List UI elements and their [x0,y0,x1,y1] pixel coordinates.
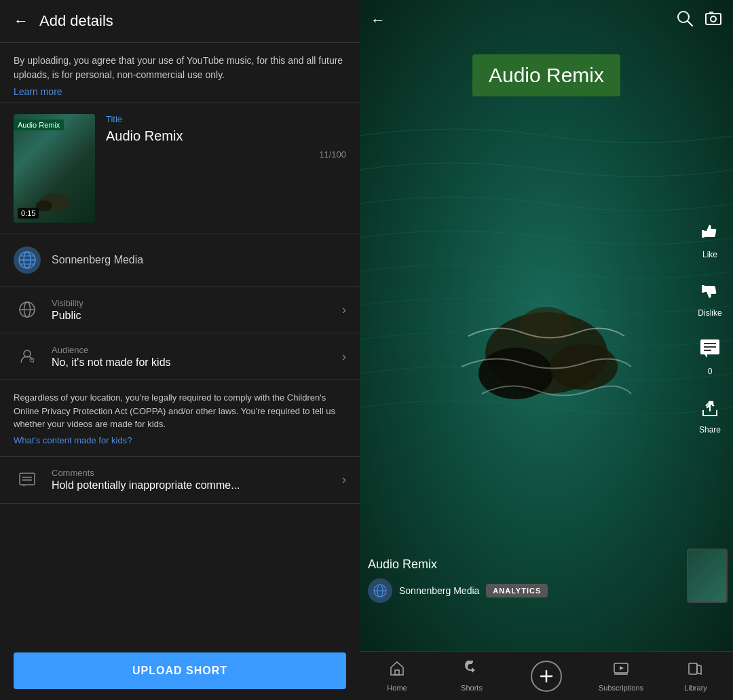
svg-rect-23 [702,285,704,293]
upload-btn-section: UPLOAD SHORT [0,642,360,700]
channel-avatar-small [368,578,392,603]
audience-content: Audience No, it's not made for kids [52,345,342,369]
shorts-icon [464,661,480,681]
channel-name: Sonnenberg Media [52,254,143,266]
dislike-button[interactable]: Dislike [695,276,725,318]
search-button[interactable] [676,10,694,31]
video-title-overlay: Audio Remix [472,54,620,96]
analytics-button[interactable]: ANALYTICS [486,584,548,597]
comments-count: 0 [708,367,713,376]
nav-library[interactable]: Library [658,661,733,692]
visibility-content: Visibility Public [52,298,342,322]
visibility-value: Public [52,310,342,322]
comments-icon [14,466,41,494]
char-count: 11/100 [106,149,346,160]
thumbnail-duration: 0:15 [18,208,39,219]
svg-rect-41 [689,663,697,674]
comments-chevron: › [342,473,346,487]
comments-button[interactable]: 0 [695,334,725,376]
audience-label: Audience [52,345,342,355]
channel-row[interactable]: Sonnenberg Media [0,234,360,287]
comments-row[interactable]: Comments Hold potentially inappropriate … [0,457,360,504]
right-header-icons [676,10,722,31]
share-icon [695,392,725,422]
svg-point-19 [478,348,553,399]
visibility-label: Visibility [52,298,342,308]
svg-line-32 [688,21,692,26]
nav-shorts[interactable]: Shorts [434,661,509,692]
svg-rect-14 [20,473,35,485]
visibility-icon [14,296,41,323]
notice-section: By uploading, you agree that your use of… [0,43,360,103]
coppa-text: Regardless of your location, you're lega… [14,392,335,429]
upload-short-button[interactable]: UPLOAD SHORT [14,652,346,689]
svg-point-34 [711,16,716,22]
add-button[interactable] [531,661,562,692]
nav-add[interactable] [509,661,584,692]
svg-marker-40 [620,666,624,670]
library-label: Library [684,684,707,692]
coppa-notice: Regardless of your location, you're lega… [0,380,360,457]
channel-icon [14,246,41,274]
home-icon [389,661,405,681]
thumbnail: Audio Remix 0:15 [14,114,95,223]
comments-label: Comments [52,468,342,478]
learn-more-link[interactable]: Learn more [14,86,346,97]
visibility-row[interactable]: Visibility Public › [0,287,360,333]
coppa-link[interactable]: What's content made for kids? [14,435,346,445]
like-button[interactable]: Like [695,217,725,259]
video-background: Audio Remix Like [360,0,733,652]
dislike-icon [695,276,725,306]
video-overlay-title: Audio Remix [489,64,604,86]
audience-value: No, it's not made for kids [52,356,342,369]
like-label: Like [702,250,717,259]
action-buttons: Like Dislike [695,217,725,435]
video-info-row: Sonnenberg Media ANALYTICS [368,578,692,603]
title-input-area: Title 11/100 [106,114,346,160]
notice-text: By uploading, you agree that your use of… [14,55,343,80]
audience-icon [14,343,41,370]
left-panel: ← Add details By uploading, you agree th… [0,0,360,700]
video-info: Audio Remix Sonnenberg Media ANALYTICS [368,557,692,603]
thumbnail-preview[interactable] [687,549,728,603]
home-label: Home [387,684,407,692]
comments-content: Comments Hold potentially inappropriate … [52,468,342,492]
dislike-label: Dislike [698,308,721,318]
svg-point-20 [550,344,618,390]
comment-icon [695,334,725,364]
like-icon [695,217,725,247]
bottom-navigation: Home Shorts [360,651,733,700]
right-header: ← [360,0,733,41]
thumbnail-label: Audio Remix [14,119,64,130]
title-field-label: Title [106,114,346,124]
right-back-button[interactable]: ← [371,12,386,29]
share-label: Share [699,425,721,435]
page-title: Add details [39,12,113,30]
svg-rect-22 [702,230,704,238]
video-info-title: Audio Remix [368,557,692,572]
left-header: ← Add details [0,0,360,43]
audience-row[interactable]: Audience No, it's not made for kids › [0,333,360,380]
subscriptions-label: Subscriptions [599,684,643,692]
svg-point-21 [519,307,574,345]
svg-rect-35 [395,670,399,675]
nav-subscriptions[interactable]: Subscriptions [584,661,658,692]
nav-home[interactable]: Home [360,661,434,692]
title-input[interactable] [106,128,346,144]
library-icon [688,661,704,681]
title-section: Audio Remix 0:15 Title 11/100 [0,103,360,234]
svg-point-2 [58,199,71,208]
back-button[interactable]: ← [14,12,29,30]
visibility-chevron: › [342,303,346,317]
svg-rect-33 [706,14,721,24]
subscriptions-icon [613,661,629,681]
right-panel: Audio Remix Like [360,0,733,700]
comments-value: Hold potentially inappropriate comme... [52,479,342,492]
channel-name-bottom: Sonnenberg Media [399,585,479,596]
shorts-label: Shorts [461,684,483,692]
camera-button[interactable] [704,10,722,31]
share-button[interactable]: Share [695,392,725,435]
audience-chevron: › [342,350,346,364]
